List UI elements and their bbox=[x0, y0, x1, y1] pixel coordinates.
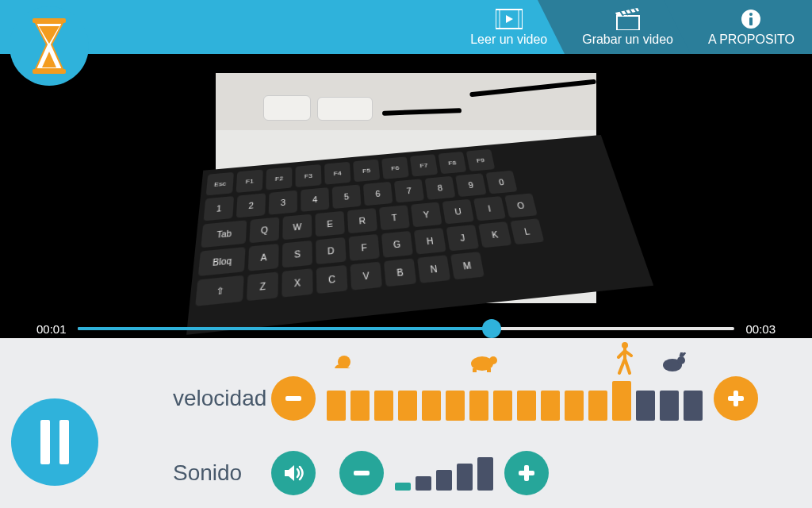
svg-rect-19 bbox=[473, 368, 477, 372]
film-play-icon bbox=[496, 7, 523, 31]
hourglass-icon bbox=[28, 18, 71, 74]
speaker-icon bbox=[282, 461, 305, 485]
video-area: EscF1F2F3F4F5F6F7F8F9 1234567890 TabQWER… bbox=[0, 54, 812, 319]
sound-meter[interactable] bbox=[395, 456, 493, 491]
walker-icon bbox=[614, 341, 634, 378]
sound-decrease-button[interactable] bbox=[339, 451, 384, 495]
svg-rect-11 bbox=[617, 16, 639, 30]
svg-point-13 bbox=[749, 13, 753, 16]
seek-fill bbox=[78, 327, 492, 330]
plus-icon bbox=[724, 387, 748, 410]
clapper-icon bbox=[615, 7, 641, 31]
speed-increase-button[interactable] bbox=[714, 376, 758, 421]
sound-increase-button[interactable] bbox=[504, 451, 549, 495]
seek-thumb[interactable] bbox=[482, 319, 501, 338]
app-logo[interactable] bbox=[10, 6, 89, 86]
minus-icon bbox=[282, 387, 305, 410]
svg-rect-14 bbox=[749, 17, 753, 25]
pause-button[interactable] bbox=[11, 398, 98, 486]
total-time: 00:03 bbox=[745, 322, 776, 336]
nav-label: Leer un video bbox=[470, 33, 547, 47]
turtle-icon bbox=[468, 352, 498, 376]
progress-bar-row: 00:01 00:03 bbox=[0, 319, 812, 338]
speed-decrease-button[interactable] bbox=[271, 376, 316, 421]
svg-rect-28 bbox=[524, 465, 529, 481]
controls-panel: velocidad Sonido bbox=[0, 338, 812, 508]
current-time: 00:01 bbox=[36, 322, 67, 336]
svg-rect-15 bbox=[285, 396, 301, 401]
speed-label: velocidad bbox=[173, 387, 271, 410]
info-icon bbox=[741, 7, 761, 31]
pause-icon bbox=[40, 420, 50, 464]
rabbit-icon bbox=[660, 352, 687, 376]
sound-toggle-button[interactable] bbox=[271, 451, 316, 495]
pause-icon bbox=[59, 420, 69, 464]
svg-point-23 bbox=[677, 356, 685, 364]
svg-point-18 bbox=[489, 356, 497, 364]
nav-label: A PROPOSITO bbox=[708, 33, 795, 47]
svg-rect-26 bbox=[354, 471, 370, 475]
minus-icon bbox=[350, 461, 373, 485]
video-thumbnail[interactable]: EscF1F2F3F4F5F6F7F8F9 1234567890 TabQWER… bbox=[216, 73, 596, 303]
snail-icon bbox=[333, 352, 354, 373]
nav-label: Grabar un video bbox=[582, 33, 673, 47]
svg-rect-20 bbox=[487, 368, 491, 372]
speed-meter[interactable] bbox=[327, 376, 703, 421]
nav-about[interactable]: A PROPOSITO bbox=[691, 0, 812, 54]
seek-track[interactable] bbox=[78, 327, 735, 330]
plus-icon bbox=[515, 461, 538, 485]
sound-label: Sonido bbox=[173, 462, 271, 484]
svg-rect-25 bbox=[733, 391, 738, 406]
app-header: Leer un video Grabar un video A PROPOSIT… bbox=[0, 0, 812, 54]
